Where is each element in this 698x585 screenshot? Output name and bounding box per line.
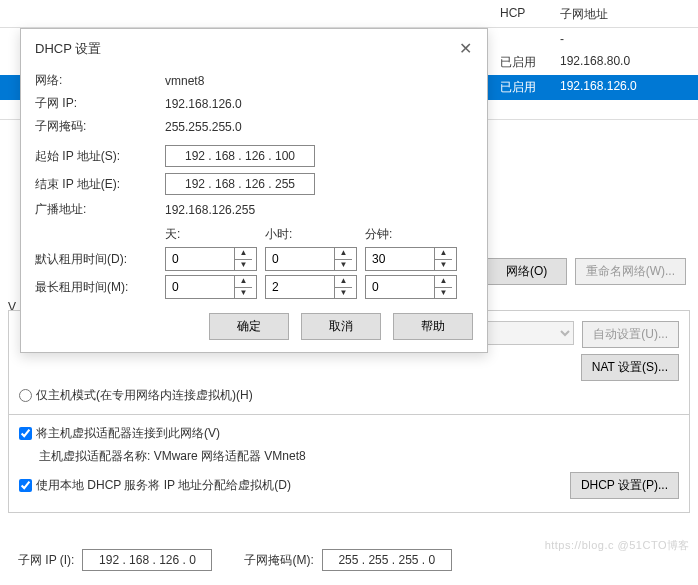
spin-down-icon[interactable]: ▼ xyxy=(335,288,352,299)
help-button[interactable]: 帮助 xyxy=(393,313,473,340)
broadcast-label: 广播地址: xyxy=(35,201,165,218)
spin-up-icon[interactable]: ▲ xyxy=(435,248,452,260)
max-hours-stepper[interactable]: ▲▼ xyxy=(265,275,357,299)
broadcast-value: 192.168.126.255 xyxy=(165,203,255,217)
end-ip-label: 结束 IP 地址(E): xyxy=(35,176,165,193)
default-lease-label: 默认租用时间(D): xyxy=(35,251,165,268)
dhcp-settings-button[interactable]: DHCP 设置(P)... xyxy=(570,472,679,499)
max-lease-label: 最长租用时间(M): xyxy=(35,279,165,296)
col-subnet: 子网地址 xyxy=(560,6,680,23)
rename-network-button[interactable]: 重命名网络(W)... xyxy=(575,258,686,285)
spin-down-icon[interactable]: ▼ xyxy=(335,260,352,271)
nat-settings-button[interactable]: NAT 设置(S)... xyxy=(581,354,679,381)
default-minutes-stepper[interactable]: ▲▼ xyxy=(365,247,457,271)
auto-settings-button[interactable]: 自动设置(U)... xyxy=(582,321,679,348)
subnet-ip-input[interactable]: 192 . 168 . 126 . 0 xyxy=(82,549,212,571)
table-header: HCP 子网地址 xyxy=(0,0,698,28)
host-only-radio[interactable]: 仅主机模式(在专用网络内连接虚拟机)(H) xyxy=(19,387,679,404)
max-minutes-input[interactable] xyxy=(366,276,434,298)
network-buttons: 网络(O) 重命名网络(W)... xyxy=(487,258,686,285)
lease-header: 天: 小时: 分钟: xyxy=(35,226,473,243)
dialog-title: DHCP 设置 xyxy=(35,40,101,58)
spin-down-icon[interactable]: ▼ xyxy=(235,260,252,271)
end-ip-input[interactable]: 192 . 168 . 126 . 255 xyxy=(165,173,315,195)
close-icon[interactable]: ✕ xyxy=(455,39,475,58)
col-dhcp-pad xyxy=(0,6,500,23)
subnet-mask-label: 子网掩码(M): xyxy=(244,552,313,569)
subnet-ip-label: 子网 IP (I): xyxy=(18,552,74,569)
ok-button[interactable]: 确定 xyxy=(209,313,289,340)
max-days-input[interactable] xyxy=(166,276,234,298)
spin-down-icon[interactable]: ▼ xyxy=(435,288,452,299)
dhcp-checkbox[interactable]: 使用本地 DHCP 服务将 IP 地址分配给虚拟机(D) xyxy=(19,477,291,494)
subnet-ip-dlg-value: 192.168.126.0 xyxy=(165,97,242,111)
subnet-ip-dlg-label: 子网 IP: xyxy=(35,95,165,112)
default-days-input[interactable] xyxy=(166,248,234,270)
host-adapter-name: 主机虚拟适配器名称: VMware 网络适配器 VMnet8 xyxy=(39,448,679,465)
start-ip-input[interactable]: 192 . 168 . 126 . 100 xyxy=(165,145,315,167)
network-label: 网络: xyxy=(35,72,165,89)
spin-up-icon[interactable]: ▲ xyxy=(335,248,352,260)
default-minutes-input[interactable] xyxy=(366,248,434,270)
network-value: vmnet8 xyxy=(165,74,204,88)
spin-up-icon[interactable]: ▲ xyxy=(235,248,252,260)
default-hours-stepper[interactable]: ▲▼ xyxy=(265,247,357,271)
spin-up-icon[interactable]: ▲ xyxy=(335,276,352,288)
watermark: https://blog.c @51CTO博客 xyxy=(545,538,690,553)
cancel-button[interactable]: 取消 xyxy=(301,313,381,340)
spin-up-icon[interactable]: ▲ xyxy=(435,276,452,288)
max-minutes-stepper[interactable]: ▲▼ xyxy=(365,275,457,299)
mask-dlg-value: 255.255.255.0 xyxy=(165,120,242,134)
spin-down-icon[interactable]: ▼ xyxy=(435,260,452,271)
spin-down-icon[interactable]: ▼ xyxy=(235,288,252,299)
add-network-button[interactable]: 网络(O) xyxy=(487,258,567,285)
start-ip-label: 起始 IP 地址(S): xyxy=(35,148,165,165)
subnet-mask-input[interactable]: 255 . 255 . 255 . 0 xyxy=(322,549,452,571)
host-only-radio-input[interactable] xyxy=(19,389,32,402)
default-hours-input[interactable] xyxy=(266,248,334,270)
mask-dlg-label: 子网掩码: xyxy=(35,118,165,135)
default-days-stepper[interactable]: ▲▼ xyxy=(165,247,257,271)
max-hours-input[interactable] xyxy=(266,276,334,298)
spin-up-icon[interactable]: ▲ xyxy=(235,276,252,288)
dhcp-checkbox-input[interactable] xyxy=(19,479,32,492)
host-adapter-checkbox-input[interactable] xyxy=(19,427,32,440)
dhcp-dialog: DHCP 设置 ✕ 网络: vmnet8 子网 IP: 192.168.126.… xyxy=(20,28,488,353)
col-dhcp: HCP xyxy=(500,6,560,23)
max-days-stepper[interactable]: ▲▼ xyxy=(165,275,257,299)
host-adapter-checkbox[interactable]: 将主机虚拟适配器连接到此网络(V) xyxy=(19,425,679,442)
